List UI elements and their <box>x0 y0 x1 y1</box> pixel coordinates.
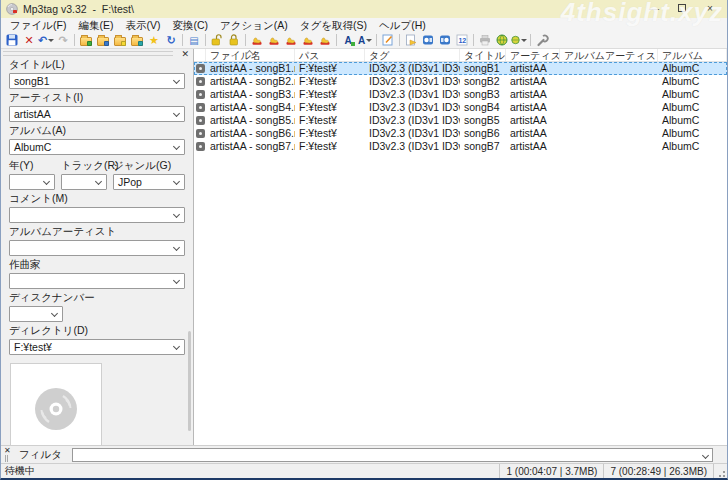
chevron-down-icon[interactable] <box>51 310 58 317</box>
convert-filename-tag-icon[interactable] <box>266 33 282 48</box>
actions-icon[interactable]: A <box>340 33 356 48</box>
undo-menu-icon[interactable] <box>48 39 54 42</box>
column-header-icon[interactable] <box>194 49 206 61</box>
column-header-タグ[interactable]: タグ <box>365 49 460 61</box>
menu-item-6[interactable]: ヘルプ(H) <box>373 18 432 32</box>
comment-combobox[interactable] <box>9 207 185 223</box>
chevron-down-icon[interactable] <box>173 211 180 218</box>
tag-panel: ✕ タイトル(L) songB1 アーティスト(I) artistAA アルバム… <box>1 49 194 445</box>
column-header-パス[interactable]: パス <box>295 49 365 61</box>
options-wrench-icon[interactable] <box>534 33 550 48</box>
file-row[interactable]: artistAA - songB1.mp3F:¥test¥ID3v2.3 (ID… <box>194 62 727 75</box>
menu-item-5[interactable]: タグを取得(S) <box>294 18 373 32</box>
title-combobox[interactable]: songB1 <box>9 73 185 89</box>
chevron-down-icon[interactable] <box>173 343 180 350</box>
cell-title: songB3 <box>460 88 506 101</box>
file-row[interactable]: artistAA - songB3.mp3F:¥test¥ID3v2.3 (ID… <box>194 88 727 101</box>
track-combobox[interactable] <box>61 174 107 190</box>
playlist-icon[interactable] <box>403 33 419 48</box>
file-row[interactable]: artistAA - songB6.mp3F:¥test¥ID3v2.3 (ID… <box>194 127 727 140</box>
title-bar[interactable]: Mp3tag v3.32 - F:\test\ — × 4thsight.xyz <box>1 0 727 18</box>
favorites-icon[interactable]: ★ <box>146 33 162 48</box>
file-list: ファイル名パスタグタイトルアーティストアルバムアーティストアルバム artist… <box>194 49 727 445</box>
column-header-アーティスト[interactable]: アーティスト <box>506 49 560 61</box>
library-folder-icon[interactable] <box>112 33 128 48</box>
filter-bar: ✕ フィルタ <box>1 445 727 463</box>
disc-number-combobox[interactable] <box>9 306 63 322</box>
filter-input[interactable] <box>72 448 713 462</box>
export-icon[interactable] <box>420 33 436 48</box>
add-directory-icon[interactable] <box>95 33 111 48</box>
chevron-down-icon[interactable] <box>95 178 102 185</box>
minimize-button[interactable]: — <box>647 1 661 17</box>
filter-grip[interactable] <box>5 455 8 462</box>
convert-tag-filename-icon[interactable] <box>249 33 265 48</box>
maximize-button[interactable] <box>675 1 689 17</box>
column-header-アルバム[interactable]: アルバム <box>658 49 727 61</box>
column-header-アルバムアーティスト[interactable]: アルバムアーティスト <box>560 49 658 61</box>
file-row[interactable]: artistAA - songB4.mp3F:¥test¥ID3v2.3 (ID… <box>194 101 727 114</box>
chevron-down-icon[interactable] <box>173 143 180 150</box>
convert-tag-tag-icon[interactable] <box>317 33 333 48</box>
web-sources-icon[interactable] <box>494 33 510 48</box>
genre-label: ジャンル(G) <box>113 159 185 173</box>
svg-text:12: 12 <box>458 37 466 44</box>
remove-tag-icon[interactable]: ✕ <box>21 33 37 48</box>
convert-text-file-tag-icon[interactable] <box>300 33 316 48</box>
menu-item-0[interactable]: ファイル(F) <box>4 18 72 32</box>
tag-panel-close-icon[interactable]: ✕ <box>181 50 189 59</box>
print-icon <box>477 33 493 48</box>
column-header-タイトル[interactable]: タイトル <box>460 49 506 61</box>
close-button[interactable]: × <box>703 1 717 17</box>
title-label: タイトル(L) <box>9 58 185 72</box>
track-label: トラック(R) <box>61 159 107 173</box>
genre-combobox[interactable]: JPop <box>113 174 185 190</box>
web-sources-menu-icon[interactable] <box>511 33 527 48</box>
chevron-down-icon[interactable] <box>173 110 180 117</box>
directory-label: ディレクトリ(D) <box>9 324 185 338</box>
filter-close-icon[interactable]: ✕ <box>4 446 11 455</box>
album-combobox[interactable]: AlbumC <box>9 139 185 155</box>
directory-combobox[interactable]: F:¥test¥ <box>9 339 185 355</box>
chevron-down-icon[interactable] <box>173 277 180 284</box>
actions-menu-icon[interactable]: A <box>357 33 373 48</box>
album-artist-combobox[interactable] <box>9 240 185 256</box>
chevron-down-icon[interactable] <box>173 244 180 251</box>
filter-label: フィルタ <box>19 448 62 462</box>
chevron-down-icon[interactable] <box>43 178 50 185</box>
file-row[interactable]: artistAA - songB7.mp3F:¥test¥ID3v2.3 (ID… <box>194 140 727 153</box>
edit-tag-icon[interactable] <box>380 33 396 48</box>
autonumbering-icon[interactable]: 12 <box>454 33 470 48</box>
cell-album: AlbumC <box>658 140 727 153</box>
tag-panel-grip[interactable] <box>3 51 173 56</box>
menu-item-1[interactable]: 編集(E) <box>72 18 119 32</box>
composer-combobox[interactable] <box>9 273 185 289</box>
tag-copy-lock-open-icon[interactable] <box>209 33 225 48</box>
refresh-icon[interactable]: ↻ <box>163 33 179 48</box>
album-art-box[interactable] <box>10 363 102 445</box>
chevron-down-icon[interactable] <box>173 178 180 185</box>
undo-icon[interactable]: ↶ <box>38 33 54 48</box>
parent-directory-icon[interactable] <box>129 33 145 48</box>
save-icon[interactable] <box>4 33 20 48</box>
tag-panel-scrollbar[interactable] <box>188 331 191 431</box>
compare-icon[interactable] <box>437 33 453 48</box>
menu-item-4[interactable]: アクション(A) <box>214 18 294 32</box>
cell-file: artistAA - songB3.mp3 <box>206 88 295 101</box>
menu-item-3[interactable]: 変換(C) <box>166 18 214 32</box>
file-row[interactable]: artistAA - songB2.mp3F:¥test¥ID3v2.3 (ID… <box>194 75 727 88</box>
chevron-down-icon[interactable] <box>173 77 180 84</box>
tag-paste-lock-closed-icon[interactable] <box>226 33 242 48</box>
file-row[interactable]: artistAA - songB5.mp3F:¥test¥ID3v2.3 (ID… <box>194 114 727 127</box>
convert-filename-filename-icon[interactable] <box>283 33 299 48</box>
cell-title: songB5 <box>460 114 506 127</box>
year-combobox[interactable] <box>9 174 55 190</box>
resize-grip[interactable] <box>713 464 727 479</box>
extended-tags-icon[interactable]: ▤ <box>186 33 202 48</box>
artist-combobox[interactable]: artistAA <box>9 106 185 122</box>
cell-artist: artistAA <box>506 62 560 75</box>
change-directory-icon[interactable] <box>78 33 94 48</box>
column-header-ファイル名[interactable]: ファイル名 <box>206 49 295 61</box>
menu-item-2[interactable]: 表示(V) <box>119 18 166 32</box>
cell-album: AlbumC <box>658 101 727 114</box>
